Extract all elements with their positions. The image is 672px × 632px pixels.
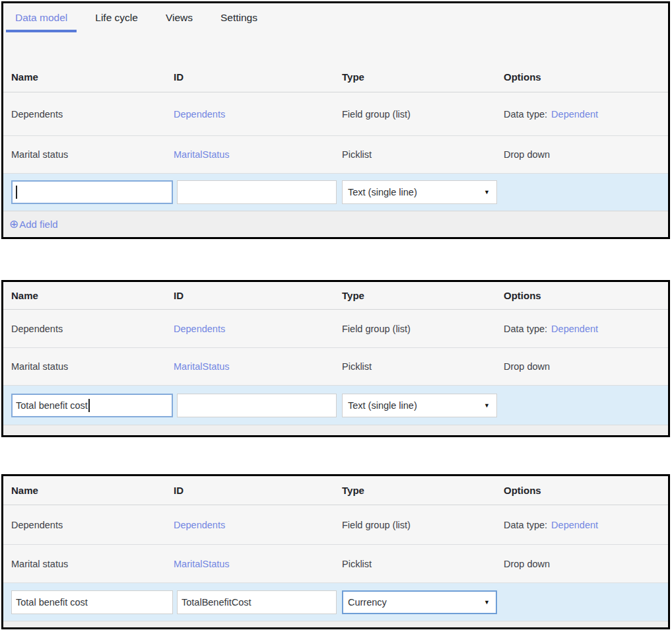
table-row: Marital status MaritalStatus Picklist Dr… [3,545,668,583]
tab-bar: Data model Life cycle Views Settings [3,3,668,32]
field-id-link[interactable]: Dependents [174,520,225,530]
new-field-type-select[interactable]: Currency ▼ [342,590,497,614]
table-header-row: Name ID Type Options [3,32,668,92]
field-type-text: Field group (list) [342,324,504,334]
field-name-text: Marital status [11,149,174,160]
table-row: Marital status MaritalStatus Picklist Dr… [3,348,668,386]
panel-footer-strip [3,425,668,435]
add-field-label: Add field [19,219,57,230]
table-row: Dependents Dependents Field group (list)… [3,92,668,136]
new-field-editor-row: Currency ▼ [3,583,668,621]
field-name-text: Marital status [11,361,174,372]
new-field-id-input[interactable] [177,394,337,417]
add-field-row: ⊕ Add field [3,211,668,237]
column-header-id: ID [174,485,342,496]
new-field-type-select[interactable]: Text (single line) ▼ [342,180,497,204]
column-header-id: ID [174,290,342,301]
new-field-type-select[interactable]: Text (single line) ▼ [342,394,497,417]
column-header-name: Name [11,485,174,496]
tab-settings[interactable]: Settings [211,7,267,32]
new-field-name-input[interactable] [11,394,173,417]
field-name-text: Dependents [11,520,174,530]
circle-plus-icon: ⊕ [9,217,18,231]
options-label: Drop down [504,559,550,569]
options-label: Drop down [504,361,550,372]
dropdown-arrow-icon: ▼ [484,402,490,409]
table-header-row: Name ID Type Options [3,476,668,505]
column-header-options: Options [504,290,668,301]
new-field-editor-row: Text (single line) ▼ [3,174,668,211]
column-header-options: Options [504,71,668,83]
column-header-id: ID [174,71,342,83]
field-id-link[interactable]: Dependents [174,109,225,120]
new-field-id-input[interactable] [177,590,337,614]
column-header-name: Name [11,290,174,301]
new-field-editor-row: Text (single line) ▼ [3,386,668,425]
options-data-type-link[interactable]: Dependent [551,109,598,120]
options-label: Drop down [504,149,550,160]
field-type-text: Picklist [342,559,504,569]
tab-data-model[interactable]: Data model [6,7,77,32]
field-name-text: Dependents [11,324,174,334]
table-header-row: Name ID Type Options [3,282,668,310]
field-id-link[interactable]: MaritalStatus [174,559,230,569]
table-row: Marital status MaritalStatus Picklist Dr… [3,136,668,174]
field-id-link[interactable]: MaritalStatus [174,149,230,160]
field-type-text: Field group (list) [342,109,504,120]
data-model-panel-step2: Name ID Type Options Dependents Dependen… [1,280,670,437]
column-header-type: Type [342,71,504,83]
type-select-value: Text (single line) [348,187,417,197]
type-select-value: Text (single line) [348,400,417,411]
data-model-panel-step3: Name ID Type Options Dependents Dependen… [1,474,670,629]
tab-views[interactable]: Views [156,7,202,32]
field-name-text: Marital status [11,559,174,569]
text-cursor [88,399,90,412]
new-field-name-input[interactable] [11,590,173,614]
field-name-text: Dependents [11,109,174,120]
text-cursor [16,186,17,199]
add-field-button[interactable]: ⊕ Add field [9,217,58,231]
field-id-link[interactable]: Dependents [174,324,225,334]
options-label: Data type: [504,520,547,530]
table-row: Dependents Dependents Field group (list)… [3,505,668,545]
new-field-id-input[interactable] [177,180,337,204]
type-select-value: Currency [348,597,387,608]
options-data-type-link[interactable]: Dependent [551,520,598,530]
tab-life-cycle[interactable]: Life cycle [86,7,147,32]
options-data-type-link[interactable]: Dependent [551,324,598,334]
field-type-text: Picklist [342,361,504,372]
column-header-options: Options [504,485,668,496]
dropdown-arrow-icon: ▼ [484,189,490,195]
column-header-name: Name [11,71,174,83]
field-id-link[interactable]: MaritalStatus [174,361,230,372]
column-header-type: Type [342,485,504,496]
field-type-text: Picklist [342,149,504,160]
column-header-type: Type [342,290,504,301]
table-row: Dependents Dependents Field group (list)… [3,310,668,348]
data-model-panel-step1: Data model Life cycle Views Settings Nam… [1,1,670,239]
field-type-text: Field group (list) [342,520,504,530]
panel-footer-strip [3,621,668,627]
options-label: Data type: [504,324,547,334]
options-label: Data type: [504,109,547,120]
dropdown-arrow-icon: ▼ [484,599,490,606]
new-field-name-input[interactable] [11,180,173,204]
